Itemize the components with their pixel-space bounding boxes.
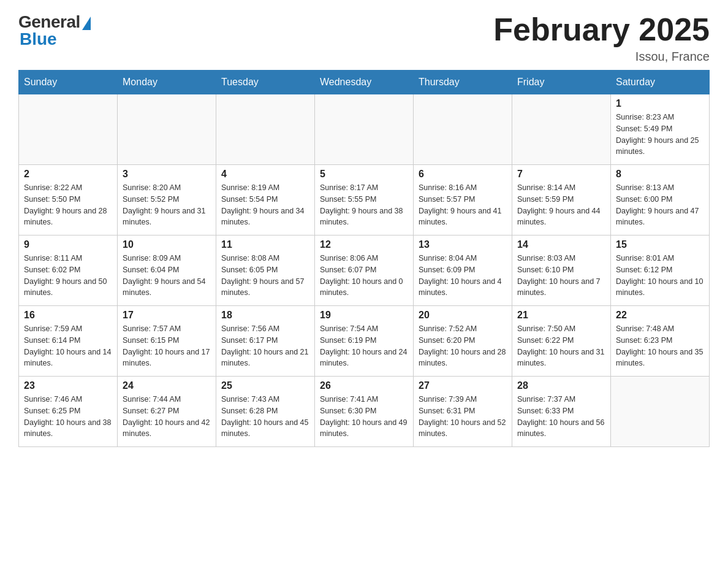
calendar-cell — [512, 94, 611, 165]
calendar-cell: 12Sunrise: 8:06 AMSunset: 6:07 PMDayligh… — [315, 236, 414, 306]
day-info: Sunrise: 7:41 AMSunset: 6:30 PMDaylight:… — [320, 394, 408, 440]
calendar-cell: 25Sunrise: 7:43 AMSunset: 6:28 PMDayligh… — [216, 377, 315, 447]
day-info: Sunrise: 7:44 AMSunset: 6:27 PMDaylight:… — [123, 394, 211, 440]
day-number: 10 — [123, 239, 211, 250]
calendar-cell — [611, 377, 710, 447]
calendar-cell: 15Sunrise: 8:01 AMSunset: 6:12 PMDayligh… — [611, 236, 710, 306]
calendar-cell: 14Sunrise: 8:03 AMSunset: 6:10 PMDayligh… — [512, 236, 611, 306]
calendar-week-row: 1Sunrise: 8:23 AMSunset: 5:49 PMDaylight… — [19, 94, 710, 165]
calendar-cell: 21Sunrise: 7:50 AMSunset: 6:22 PMDayligh… — [512, 306, 611, 377]
logo-blue-text: Blue — [20, 29, 57, 49]
day-number: 14 — [517, 239, 605, 250]
day-of-week-header: Tuesday — [216, 71, 315, 94]
calendar-week-row: 16Sunrise: 7:59 AMSunset: 6:14 PMDayligh… — [19, 306, 710, 377]
calendar-cell: 17Sunrise: 7:57 AMSunset: 6:15 PMDayligh… — [118, 306, 216, 377]
calendar-cell: 2Sunrise: 8:22 AMSunset: 5:50 PMDaylight… — [19, 165, 118, 236]
calendar-cell: 24Sunrise: 7:44 AMSunset: 6:27 PMDayligh… — [118, 377, 216, 447]
day-number: 27 — [419, 380, 507, 391]
day-number: 20 — [419, 310, 507, 321]
day-of-week-header: Monday — [118, 71, 216, 94]
day-number: 5 — [320, 169, 408, 180]
day-number: 25 — [221, 380, 309, 391]
day-info: Sunrise: 8:11 AMSunset: 6:02 PMDaylight:… — [24, 253, 112, 299]
location-text: Issou, France — [493, 50, 710, 64]
day-number: 4 — [221, 169, 309, 180]
day-number: 18 — [221, 310, 309, 321]
day-number: 22 — [616, 310, 704, 321]
calendar-table: SundayMondayTuesdayWednesdayThursdayFrid… — [18, 70, 710, 447]
calendar-cell: 20Sunrise: 7:52 AMSunset: 6:20 PMDayligh… — [414, 306, 512, 377]
day-of-week-header: Sunday — [19, 71, 118, 94]
day-number: 11 — [221, 239, 309, 250]
title-section: February 2025 Issou, France — [493, 12, 710, 64]
day-number: 28 — [517, 380, 605, 391]
calendar-cell: 18Sunrise: 7:56 AMSunset: 6:17 PMDayligh… — [216, 306, 315, 377]
day-info: Sunrise: 7:50 AMSunset: 6:22 PMDaylight:… — [517, 323, 605, 369]
calendar-cell: 28Sunrise: 7:37 AMSunset: 6:33 PMDayligh… — [512, 377, 611, 447]
calendar-week-row: 23Sunrise: 7:46 AMSunset: 6:25 PMDayligh… — [19, 377, 710, 447]
calendar-cell — [414, 94, 512, 165]
calendar-cell: 23Sunrise: 7:46 AMSunset: 6:25 PMDayligh… — [19, 377, 118, 447]
day-info: Sunrise: 7:52 AMSunset: 6:20 PMDaylight:… — [419, 323, 507, 369]
day-number: 6 — [419, 169, 507, 180]
day-info: Sunrise: 8:08 AMSunset: 6:05 PMDaylight:… — [221, 253, 309, 299]
calendar-week-row: 9Sunrise: 8:11 AMSunset: 6:02 PMDaylight… — [19, 236, 710, 306]
day-of-week-header: Thursday — [414, 71, 512, 94]
logo-triangle-icon — [82, 17, 91, 30]
day-info: Sunrise: 8:06 AMSunset: 6:07 PMDaylight:… — [320, 253, 408, 299]
day-info: Sunrise: 7:56 AMSunset: 6:17 PMDaylight:… — [221, 323, 309, 369]
day-number: 23 — [24, 380, 112, 391]
calendar-cell: 26Sunrise: 7:41 AMSunset: 6:30 PMDayligh… — [315, 377, 414, 447]
day-info: Sunrise: 7:48 AMSunset: 6:23 PMDaylight:… — [616, 323, 704, 369]
day-info: Sunrise: 8:01 AMSunset: 6:12 PMDaylight:… — [616, 253, 704, 299]
calendar-cell: 19Sunrise: 7:54 AMSunset: 6:19 PMDayligh… — [315, 306, 414, 377]
calendar-cell: 8Sunrise: 8:13 AMSunset: 6:00 PMDaylight… — [611, 165, 710, 236]
day-number: 16 — [24, 310, 112, 321]
calendar-week-row: 2Sunrise: 8:22 AMSunset: 5:50 PMDaylight… — [19, 165, 710, 236]
day-info: Sunrise: 7:59 AMSunset: 6:14 PMDaylight:… — [24, 323, 112, 369]
day-number: 1 — [616, 98, 704, 109]
day-number: 8 — [616, 169, 704, 180]
day-info: Sunrise: 8:09 AMSunset: 6:04 PMDaylight:… — [123, 253, 211, 299]
day-number: 2 — [24, 169, 112, 180]
day-info: Sunrise: 7:43 AMSunset: 6:28 PMDaylight:… — [221, 394, 309, 440]
logo: General Blue — [18, 12, 91, 49]
day-number: 19 — [320, 310, 408, 321]
calendar-cell: 1Sunrise: 8:23 AMSunset: 5:49 PMDaylight… — [611, 94, 710, 165]
day-number: 12 — [320, 239, 408, 250]
day-info: Sunrise: 7:37 AMSunset: 6:33 PMDaylight:… — [517, 394, 605, 440]
day-number: 3 — [123, 169, 211, 180]
calendar-cell: 6Sunrise: 8:16 AMSunset: 5:57 PMDaylight… — [414, 165, 512, 236]
month-title: February 2025 — [493, 12, 710, 47]
page-header: General Blue February 2025 Issou, France — [18, 12, 710, 64]
calendar-cell: 16Sunrise: 7:59 AMSunset: 6:14 PMDayligh… — [19, 306, 118, 377]
day-number: 24 — [123, 380, 211, 391]
calendar-cell: 22Sunrise: 7:48 AMSunset: 6:23 PMDayligh… — [611, 306, 710, 377]
day-info: Sunrise: 8:22 AMSunset: 5:50 PMDaylight:… — [24, 182, 112, 228]
day-info: Sunrise: 7:54 AMSunset: 6:19 PMDaylight:… — [320, 323, 408, 369]
day-of-week-header: Friday — [512, 71, 611, 94]
day-number: 15 — [616, 239, 704, 250]
day-of-week-header: Saturday — [611, 71, 710, 94]
day-number: 9 — [24, 239, 112, 250]
calendar-cell: 27Sunrise: 7:39 AMSunset: 6:31 PMDayligh… — [414, 377, 512, 447]
day-info: Sunrise: 7:39 AMSunset: 6:31 PMDaylight:… — [419, 394, 507, 440]
calendar-cell: 11Sunrise: 8:08 AMSunset: 6:05 PMDayligh… — [216, 236, 315, 306]
calendar-cell — [315, 94, 414, 165]
day-info: Sunrise: 8:23 AMSunset: 5:49 PMDaylight:… — [616, 112, 704, 158]
day-number: 13 — [419, 239, 507, 250]
calendar-cell: 7Sunrise: 8:14 AMSunset: 5:59 PMDaylight… — [512, 165, 611, 236]
calendar-cell: 5Sunrise: 8:17 AMSunset: 5:55 PMDaylight… — [315, 165, 414, 236]
day-info: Sunrise: 7:46 AMSunset: 6:25 PMDaylight:… — [24, 394, 112, 440]
calendar-cell: 13Sunrise: 8:04 AMSunset: 6:09 PMDayligh… — [414, 236, 512, 306]
calendar-cell: 10Sunrise: 8:09 AMSunset: 6:04 PMDayligh… — [118, 236, 216, 306]
calendar-cell: 9Sunrise: 8:11 AMSunset: 6:02 PMDaylight… — [19, 236, 118, 306]
calendar-cell: 4Sunrise: 8:19 AMSunset: 5:54 PMDaylight… — [216, 165, 315, 236]
calendar-header-row: SundayMondayTuesdayWednesdayThursdayFrid… — [19, 71, 710, 94]
day-info: Sunrise: 8:20 AMSunset: 5:52 PMDaylight:… — [123, 182, 211, 228]
day-info: Sunrise: 8:14 AMSunset: 5:59 PMDaylight:… — [517, 182, 605, 228]
day-info: Sunrise: 8:16 AMSunset: 5:57 PMDaylight:… — [419, 182, 507, 228]
calendar-cell — [216, 94, 315, 165]
day-number: 26 — [320, 380, 408, 391]
day-number: 21 — [517, 310, 605, 321]
